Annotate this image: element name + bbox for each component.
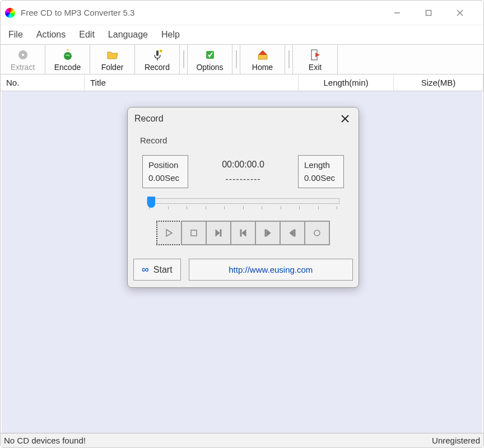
record-button[interactable] (304, 221, 330, 245)
column-size[interactable]: Size(MB) (394, 74, 483, 91)
svg-rect-1 (426, 10, 431, 15)
dialog-title: Record (134, 114, 338, 124)
exit-icon (309, 48, 322, 62)
toolbar-folder[interactable]: Folder (90, 45, 135, 74)
play-button[interactable] (156, 221, 182, 245)
maximize-button[interactable] (421, 5, 436, 21)
svg-rect-7 (156, 50, 159, 56)
column-no[interactable]: No. (1, 74, 85, 91)
website-link-box: http://www.eusing.com (189, 259, 353, 281)
position-slider[interactable] (147, 198, 339, 204)
svg-point-5 (22, 54, 24, 56)
level-indicator: ---------- (225, 174, 260, 184)
app-icon (5, 8, 15, 18)
position-value: 0.00Sec (148, 172, 182, 185)
slider-ticks (147, 206, 339, 209)
skip-start-button[interactable] (230, 221, 256, 245)
website-link[interactable]: http://www.eusing.com (229, 265, 313, 274)
toolbar-options[interactable]: Options (188, 45, 232, 74)
position-box: Position 0.00Sec (142, 155, 188, 188)
toolbar-separator (180, 45, 188, 74)
options-icon (203, 48, 217, 62)
menu-actions[interactable]: Actions (36, 30, 66, 40)
folder-icon (106, 48, 119, 62)
svg-rect-15 (220, 230, 221, 236)
svg-rect-16 (240, 230, 241, 236)
microphone-icon (151, 48, 164, 62)
registration-status: Unregistered (432, 436, 480, 445)
record-group-label: Record (140, 136, 350, 145)
skip-end-button[interactable] (206, 221, 231, 245)
slider-thumb[interactable] (147, 197, 155, 208)
record-dialog: Record Record Position 0.00Sec 00:00:00.… (127, 107, 359, 288)
svg-rect-14 (191, 230, 197, 236)
status-message: No CD devices found! (4, 436, 432, 445)
toolbar-separator (285, 45, 293, 74)
dialog-close-button[interactable] (338, 112, 352, 125)
time-readout: 00:00:00.0 (222, 160, 264, 170)
column-title[interactable]: Title (85, 74, 299, 91)
minimize-button[interactable] (389, 5, 405, 21)
window-title: Free CD to MP3 Converter 5.3 (21, 8, 389, 17)
start-button[interactable]: ∞ Start (133, 259, 181, 281)
menu-edit[interactable]: Edit (79, 30, 95, 40)
svg-point-9 (159, 50, 162, 53)
svg-point-19 (314, 230, 320, 236)
length-box: Length 0.00Sec (298, 155, 344, 188)
toolbar-separator (232, 45, 240, 74)
extract-icon (16, 48, 30, 62)
step-forward-button[interactable] (255, 221, 281, 245)
menu-help[interactable]: Help (161, 30, 180, 40)
home-icon (256, 48, 269, 62)
length-label: Length (304, 159, 338, 172)
svg-rect-18 (294, 230, 295, 236)
menu-language[interactable]: Language (108, 30, 148, 40)
step-back-button[interactable] (280, 221, 305, 245)
position-label: Position (148, 159, 182, 172)
toolbar-exit[interactable]: Exit (293, 45, 338, 74)
table-header: No. Title Length(min) Size(MB) (1, 74, 483, 91)
globe-icon (61, 48, 75, 62)
close-button[interactable] (452, 5, 468, 21)
length-value: 0.00Sec (304, 172, 338, 185)
svg-rect-17 (265, 230, 266, 236)
toolbar-encode[interactable]: Encode (45, 45, 90, 74)
link-icon: ∞ (142, 264, 149, 276)
stop-button[interactable] (181, 221, 207, 245)
column-length[interactable]: Length(min) (299, 74, 394, 91)
toolbar-home[interactable]: Home (240, 45, 285, 74)
toolbar-record[interactable]: Record (135, 45, 180, 74)
toolbar-extract[interactable]: Extract (1, 45, 45, 74)
menu-file[interactable]: File (8, 30, 23, 40)
